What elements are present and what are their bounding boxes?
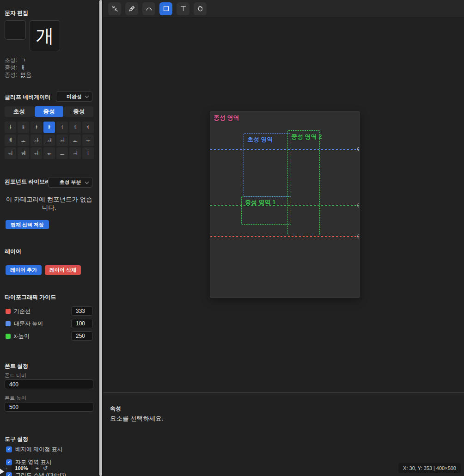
jongseong-region-label: 종성 영역: [214, 114, 239, 122]
jamo-preview-box: [5, 20, 26, 40]
layer-buttons: 레이어 추가 레이어 삭제: [6, 265, 81, 275]
component-filter-select[interactable]: 초성 부분: [48, 177, 92, 188]
baseline-guide-line: [210, 236, 359, 237]
sidebar-scrollbar-thumb[interactable]: [99, 0, 102, 476]
pen-tool-button[interactable]: [125, 2, 138, 15]
choseong-row: 초성:ㄱ: [5, 56, 31, 64]
jamo-cell[interactable]: ㅠ: [43, 147, 55, 159]
chevron-down-icon: [85, 94, 89, 98]
font-height-input[interactable]: [5, 402, 93, 412]
layers-title: 레이어: [5, 248, 21, 256]
jungseong-region-1[interactable]: 중성 영역 1: [241, 196, 291, 225]
character-info: 초성:ㄱ 중성:ㅐ 종성:없음: [5, 56, 31, 79]
font-settings-title: 폰트 설정: [5, 362, 28, 370]
choseong-region[interactable]: 초성 영역: [244, 133, 291, 197]
bezier-points-row: 베지에 제어점 표시: [6, 445, 63, 453]
tab-jungseong[interactable]: 중성: [35, 106, 64, 117]
select-tool-button[interactable]: [108, 2, 121, 15]
jamo-cell[interactable]: ㅕ: [82, 122, 94, 133]
jamo-tabs: 초성 중성 종성: [5, 106, 93, 117]
properties-title: 속성: [110, 405, 121, 413]
hand-tool-button[interactable]: [194, 2, 207, 15]
jamo-cell[interactable]: ㅖ: [5, 134, 16, 146]
rectangle-tool-button[interactable]: [159, 2, 172, 15]
save-selection-button[interactable]: 현재 선택 저장: [6, 220, 49, 229]
jungseong-row: 중성:ㅐ: [5, 64, 31, 71]
jamo-cell[interactable]: ㅒ: [43, 122, 55, 133]
baseline-guide-row: 기준선: [6, 306, 93, 316]
font-height-label: 폰트 높이: [5, 395, 26, 402]
glyph-canvas[interactable]: 종성 영역 초성 영역 중성 영역 2 중성 영역 1: [210, 111, 360, 298]
jamo-cell[interactable]: ㅙ: [43, 134, 55, 146]
jamo-cell[interactable]: ㅓ: [56, 122, 68, 133]
jamo-cell[interactable]: ㅗ: [18, 134, 29, 146]
sidebar: 문자 편집 개 초성:ㄱ 중성:ㅐ 종성:없음 글리프 네비게이터 미완성 초성…: [0, 0, 98, 476]
jamo-cell[interactable]: ㅟ: [31, 147, 42, 159]
jamo-cell[interactable]: ㅚ: [56, 134, 68, 146]
square-icon: [162, 5, 170, 12]
properties-panel: 속성 요소를 선택하세요. X: 30, Y: 353 | 400×500: [103, 392, 464, 476]
properties-hint: 요소를 선택하세요.: [110, 415, 164, 423]
hand-icon: [196, 5, 204, 12]
arc-icon: [145, 5, 153, 12]
zoom-out-button[interactable]: -: [6, 465, 7, 472]
guide-handle[interactable]: [357, 234, 360, 238]
sidebar-scrollbar: [98, 0, 103, 476]
baseline-color-swatch: [6, 309, 11, 314]
jamo-cell[interactable]: ㅛ: [69, 134, 81, 146]
zoom-level: 100%: [12, 464, 31, 472]
jamo-cell[interactable]: ㅏ: [5, 122, 16, 133]
baseline-value-input[interactable]: [71, 306, 93, 316]
character-edit-title: 문자 편집: [5, 9, 28, 17]
zoom-in-button[interactable]: +: [35, 465, 39, 472]
collapse-arrows-icon: [111, 5, 119, 12]
glyph-filter-select[interactable]: 미완성: [56, 92, 92, 102]
jungseong-region-2[interactable]: 중성 영역 2: [287, 130, 320, 235]
tool-settings-title: 도구 설정: [5, 435, 28, 443]
main-area: 종성 영역 초성 영역 중성 영역 2 중성 영역 1 속성 요소를 선택하세요…: [103, 0, 464, 476]
xheight-guide-row: x-높이: [6, 331, 93, 341]
curve-tool-button[interactable]: [142, 2, 155, 15]
status-coordinates: X: 30, Y: 353 | 400×500: [398, 463, 461, 473]
jamo-grid: ㅏㅐㅑㅒㅓㅔㅕㅖㅗㅘㅙㅚㅛㅜㅝㅞㅟㅠㅡㅢㅣ: [5, 122, 94, 159]
component-empty-message: 이 카테고리에 컴포넌트가 없습니다.: [4, 195, 95, 212]
zoom-reset-button[interactable]: ↺: [43, 465, 48, 471]
guide-handle[interactable]: [357, 203, 360, 207]
chevron-down-icon: [85, 180, 89, 183]
jamo-cell[interactable]: ㅣ: [82, 147, 94, 159]
font-width-label: 폰트 너비: [5, 372, 26, 379]
bezier-points-checkbox[interactable]: [6, 446, 12, 452]
text-tool-button[interactable]: [177, 2, 189, 15]
jamo-cell[interactable]: ㅡ: [56, 147, 68, 159]
jamo-cell[interactable]: ㅢ: [69, 147, 81, 159]
glyph-preview-box: 개: [30, 20, 60, 51]
capheight-guide-row: 대문자 높이: [6, 319, 93, 328]
add-layer-button[interactable]: 레이어 추가: [6, 265, 42, 275]
toolbar: [103, 0, 464, 18]
pen-icon: [128, 5, 136, 12]
text-icon: [179, 5, 187, 12]
jamo-cell[interactable]: ㅑ: [31, 122, 42, 133]
tab-choseong[interactable]: 초성: [5, 106, 34, 117]
capheight-color-swatch: [6, 321, 11, 326]
mouse-cursor: [0, 469, 4, 474]
jamo-cell[interactable]: ㅔ: [69, 122, 81, 133]
xheight-value-input[interactable]: [71, 331, 93, 341]
xheight-color-swatch: [6, 334, 11, 339]
jamo-cell[interactable]: ㅘ: [31, 134, 42, 146]
grid-snap-checkbox[interactable]: [6, 472, 12, 476]
typography-guides-title: 타이포그래픽 가이드: [5, 293, 56, 301]
tab-jongseong[interactable]: 종성: [64, 106, 93, 117]
glyph-preview: 개: [36, 23, 54, 49]
glyph-navigator-title: 글리프 네비게이터: [5, 93, 50, 101]
jamo-cell[interactable]: ㅐ: [18, 122, 29, 133]
guide-handle[interactable]: [357, 147, 360, 151]
jamo-cell[interactable]: ㅜ: [82, 134, 94, 146]
xheight-guide-line: [210, 205, 359, 206]
jamo-cell[interactable]: ㅝ: [5, 147, 16, 159]
font-width-input[interactable]: [5, 379, 93, 389]
delete-layer-button[interactable]: 레이어 삭제: [45, 265, 81, 275]
jamo-cell[interactable]: ㅞ: [18, 147, 29, 159]
grid-snap-row: 그리드 스냅 (Ctrl+G): [6, 471, 66, 476]
capheight-value-input[interactable]: [71, 319, 93, 328]
